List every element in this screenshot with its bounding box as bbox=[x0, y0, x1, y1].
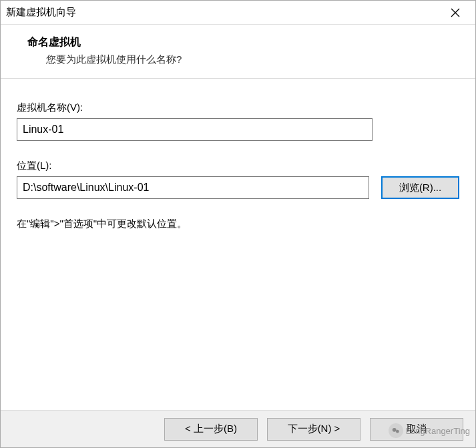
close-button[interactable] bbox=[442, 3, 469, 23]
location-input[interactable] bbox=[17, 176, 369, 199]
wizard-content: 虚拟机名称(V): 位置(L): 浏览(R)... 在"编辑">"首选项"中可更… bbox=[1, 79, 475, 410]
vm-name-input[interactable] bbox=[17, 118, 373, 141]
back-button[interactable]: < 上一步(B) bbox=[164, 418, 258, 441]
close-icon bbox=[451, 8, 460, 17]
window-title: 新建虚拟机向导 bbox=[6, 6, 76, 19]
location-label: 位置(L): bbox=[17, 160, 459, 172]
wizard-footer: < 上一步(B) 下一步(N) > 取消 bbox=[1, 410, 475, 447]
cancel-button[interactable]: 取消 bbox=[370, 418, 463, 441]
titlebar: 新建虚拟机向导 bbox=[1, 1, 475, 25]
page-title: 命名虚拟机 bbox=[27, 35, 462, 49]
location-row: 浏览(R)... bbox=[17, 176, 459, 199]
wizard-header: 命名虚拟机 您要为此虚拟机使用什么名称? bbox=[1, 25, 475, 79]
vm-name-group: 虚拟机名称(V): bbox=[17, 101, 459, 141]
location-hint: 在"编辑">"首选项"中可更改默认位置。 bbox=[17, 218, 459, 230]
vm-name-label: 虚拟机名称(V): bbox=[17, 101, 459, 114]
new-vm-wizard-dialog: 新建虚拟机向导 命名虚拟机 您要为此虚拟机使用什么名称? 虚拟机名称(V): 位… bbox=[0, 0, 476, 448]
browse-button[interactable]: 浏览(R)... bbox=[381, 176, 459, 199]
page-subtitle: 您要为此虚拟机使用什么名称? bbox=[27, 53, 462, 66]
location-group: 位置(L): 浏览(R)... bbox=[17, 160, 459, 199]
next-button[interactable]: 下一步(N) > bbox=[267, 418, 361, 441]
